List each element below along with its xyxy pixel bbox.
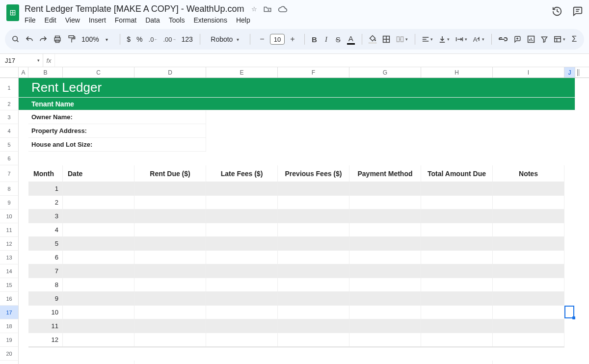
cell-I15[interactable]: [493, 278, 564, 292]
cell-G14[interactable]: [349, 264, 421, 278]
cell-B16[interactable]: 9: [28, 292, 63, 306]
cell-F13[interactable]: [278, 251, 349, 264]
cell-F10[interactable]: [278, 209, 349, 223]
cell-H18[interactable]: [421, 319, 493, 333]
cell-H13[interactable]: [421, 251, 493, 264]
cloud-icon[interactable]: [278, 6, 288, 13]
cell-I12[interactable]: [493, 237, 564, 251]
percent-button[interactable]: %: [136, 35, 142, 43]
hdr-notes[interactable]: Notes: [493, 165, 564, 182]
menu-help[interactable]: Help: [236, 16, 250, 24]
hdr-date[interactable]: Date: [63, 165, 134, 182]
move-icon[interactable]: [263, 6, 272, 13]
cell-I18[interactable]: [493, 319, 564, 333]
zoom-level[interactable]: 100%: [81, 35, 99, 43]
row-header-9[interactable]: 9: [0, 196, 19, 209]
cell-H8[interactable]: [421, 182, 493, 196]
cell-B18[interactable]: 11: [28, 319, 63, 333]
row-header-12[interactable]: 12: [0, 237, 19, 251]
cell-H11[interactable]: [421, 223, 493, 237]
cell-H16[interactable]: [421, 292, 493, 306]
owner-label[interactable]: Owner Name:: [28, 110, 206, 124]
cell-C19[interactable]: [63, 333, 134, 347]
row-header-16[interactable]: 16: [0, 292, 19, 306]
comment-icon[interactable]: [572, 6, 583, 17]
hdr-latefees[interactable]: Late Fees ($): [206, 165, 278, 182]
cell-D9[interactable]: [134, 196, 206, 209]
increase-decimal-icon[interactable]: .00→: [163, 33, 175, 45]
row-header-13[interactable]: 13: [0, 251, 19, 264]
cell-D15[interactable]: [134, 278, 206, 292]
undo-icon[interactable]: [26, 33, 33, 45]
cell-E15[interactable]: [206, 278, 278, 292]
cell-G19[interactable]: [349, 333, 421, 347]
cell-H14[interactable]: [421, 264, 493, 278]
decrease-decimal-icon[interactable]: .0←: [149, 33, 158, 45]
cell-D18[interactable]: [134, 319, 206, 333]
cell-C14[interactable]: [63, 264, 134, 278]
row-header-7[interactable]: 7: [0, 165, 19, 182]
merge-cells-icon[interactable]: [396, 33, 408, 45]
cell-B11[interactable]: 4: [28, 223, 63, 237]
cell-H17[interactable]: [421, 306, 493, 319]
cell-G15[interactable]: [349, 278, 421, 292]
cell-C13[interactable]: [63, 251, 134, 264]
cell-D14[interactable]: [134, 264, 206, 278]
cell-I8[interactable]: [493, 182, 564, 196]
doc-title[interactable]: Rent Ledger Template [MAKE A COPY] - Wea…: [25, 4, 244, 14]
col-header-F[interactable]: F: [278, 67, 349, 78]
cell-C18[interactable]: [63, 319, 134, 333]
row-header-2[interactable]: 2: [0, 98, 19, 110]
row-header-14[interactable]: 14: [0, 264, 19, 278]
cell-B19[interactable]: 12: [28, 333, 63, 347]
link-icon[interactable]: [499, 33, 508, 45]
row-header-20[interactable]: 20: [0, 347, 19, 361]
row-header-6[interactable]: 6: [0, 152, 19, 165]
cell-G9[interactable]: [349, 196, 421, 209]
cell-B17[interactable]: 10: [28, 306, 63, 319]
cell-B8[interactable]: 1: [28, 182, 63, 196]
valign-icon[interactable]: [439, 33, 450, 45]
cell-G11[interactable]: [349, 223, 421, 237]
notes-section[interactable]: NOTES: [28, 361, 134, 364]
cell-H15[interactable]: [421, 278, 493, 292]
strikethrough-icon[interactable]: S: [335, 33, 341, 45]
hdr-month[interactable]: Month: [28, 165, 63, 182]
row-header-3[interactable]: 3: [0, 110, 19, 124]
cell-E17[interactable]: [206, 306, 278, 319]
insert-comment-icon[interactable]: [513, 33, 521, 45]
cell-G16[interactable]: [349, 292, 421, 306]
redo-icon[interactable]: [39, 33, 47, 45]
cell-F19[interactable]: [278, 333, 349, 347]
halign-icon[interactable]: [422, 33, 433, 45]
cell-B12[interactable]: 5: [28, 237, 63, 251]
table-icon[interactable]: [554, 33, 565, 45]
cell-I11[interactable]: [493, 223, 564, 237]
cell-H10[interactable]: [421, 209, 493, 223]
insert-chart-icon[interactable]: [527, 33, 535, 45]
cell-I10[interactable]: [493, 209, 564, 223]
cell-I9[interactable]: [493, 196, 564, 209]
cell-B14[interactable]: 7: [28, 264, 63, 278]
cell-C11[interactable]: [63, 223, 134, 237]
font-size-input[interactable]: 10: [270, 34, 285, 45]
col-header-A[interactable]: A: [19, 67, 28, 78]
search-icon[interactable]: [12, 33, 20, 45]
history-icon[interactable]: [552, 6, 562, 17]
cell-I19[interactable]: [493, 333, 564, 347]
cell-B9[interactable]: 2: [28, 196, 63, 209]
cell-E8[interactable]: [206, 182, 278, 196]
row-header-19[interactable]: 19: [0, 333, 19, 347]
font-dropdown-icon[interactable]: ▾: [237, 37, 239, 42]
wrap-icon[interactable]: [455, 33, 467, 45]
cell-E9[interactable]: [206, 196, 278, 209]
row-header-4[interactable]: 4: [0, 124, 19, 138]
todo-section[interactable]: TO DO: [349, 361, 493, 364]
cell-H9[interactable]: [421, 196, 493, 209]
currency-button[interactable]: $: [127, 35, 131, 43]
col-header-E[interactable]: E: [206, 67, 278, 78]
lot-label[interactable]: House and Lot Size:: [28, 138, 206, 152]
cell-F14[interactable]: [278, 264, 349, 278]
cell-C15[interactable]: [63, 278, 134, 292]
cell-E12[interactable]: [206, 237, 278, 251]
